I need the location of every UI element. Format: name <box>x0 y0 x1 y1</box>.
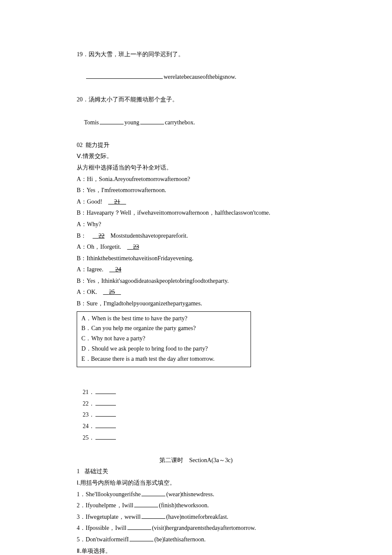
p5-a: 5．Don'twaitformeifI <box>77 536 129 543</box>
p2-a: 2．Ifyouhelpme，Iwill <box>77 502 133 509</box>
p4: 4．Ifpossible，Iwill(visit)hergrandparents… <box>77 523 315 534</box>
ans-21-blank[interactable] <box>95 388 116 394</box>
q20-blank-1[interactable] <box>100 118 124 124</box>
dialog-a4-post <box>139 244 145 250</box>
p2: 2．Ifyouhelpme，Iwill(finish)theworksoon. <box>77 500 315 512</box>
worksheet-page: 19．因为大雪，班上一半的同学迟到了。 werelatebecauseofthe… <box>0 0 392 555</box>
p1-blank[interactable] <box>141 490 165 496</box>
q20-seg-b: young <box>124 119 139 126</box>
dialog-b4: B：IthinkthebesttimetohaveitisonFridayeve… <box>77 253 315 265</box>
q20-blank-2[interactable] <box>140 118 164 124</box>
q20-answer-line: Tomisyoungcarrythebox. <box>77 106 315 140</box>
dialog-a4-blank[interactable]: 23 <box>127 244 139 250</box>
q19-tail: werelatebecauseofthebigsnow. <box>164 74 236 80</box>
ans-24-label: 24． <box>83 423 95 429</box>
ans-25-label: 25． <box>83 434 95 441</box>
dialog-b6: B：Sure，I'mgladtohelpyouorganizethepartyg… <box>77 298 315 310</box>
ans-25-blank[interactable] <box>95 433 116 440</box>
dialog-a5-post <box>121 266 127 273</box>
blank-num-23: 23 <box>133 244 139 250</box>
dialog-a6: A：OK. 25 <box>77 287 315 298</box>
blank-num-25: 25 <box>109 289 115 295</box>
p4-a: 4．Ifpossible，Iwill <box>77 525 127 531</box>
p5: 5．Don'twaitformeifI(be)latethisafternoon… <box>77 534 315 546</box>
p2-blank[interactable] <box>134 501 158 507</box>
p5-b: (be)latethisafternoon. <box>154 536 205 543</box>
ans-22-label: 22． <box>83 400 95 407</box>
section-ii-heading: Ⅱ.单项选择。 <box>77 546 315 555</box>
options-box: A．When is the best time to have the part… <box>77 311 251 367</box>
p3-a: 3．Ifwegetuplate，wewill <box>77 514 141 520</box>
p1-b: (wear)thisnewdress. <box>166 491 214 497</box>
p3-b: (have)notimeforbreakfast. <box>166 514 228 520</box>
dialog-a6-pre: A：OK. <box>77 289 103 295</box>
p4-b: (visit)hergrandparentsthedayaftertomorro… <box>152 525 256 531</box>
dialog-b3: B： 22 Moststudentshavetoprepareforit. <box>77 230 315 242</box>
q20-seg-c: carrythebox. <box>165 119 195 126</box>
dialog-a2-pre: A：Good! <box>77 198 108 205</box>
dialog-a2-blank[interactable]: 21 <box>108 198 126 205</box>
ans-22-blank[interactable] <box>95 399 116 405</box>
q20-prompt: 20．汤姆太小了而不能搬动那个盒子。 <box>77 94 315 106</box>
section-02-heading: 02 能力提升 <box>77 140 315 151</box>
ans-21-label: 21． <box>83 389 95 395</box>
blank-num-24: 24 <box>115 266 121 273</box>
q20-seg-a: Tomis <box>83 119 99 126</box>
dialog-b3-blank[interactable]: 22 <box>92 233 104 239</box>
dialog-b3-pre: B： <box>77 233 92 239</box>
dialog-b3-post: Moststudentshavetoprepareforit. <box>104 233 188 239</box>
dialog-b1: B：Yes，I'mfreetomorrowafternoon. <box>77 185 315 196</box>
blank-num-21: 21 <box>114 198 120 205</box>
p4-blank[interactable] <box>127 523 151 530</box>
p3: 3．Ifwegetuplate，wewill(have)notimeforbre… <box>77 512 315 523</box>
section-1-heading: 1 基础过关 <box>77 466 315 477</box>
dialog-a5: A：Iagree. 24 <box>77 264 315 276</box>
dialog-b2: B：Haveaparty？Well，ifwehaveittomorrowafte… <box>77 207 315 219</box>
section-i-heading: Ⅰ.用括号内所给单词的适当形式填空。 <box>77 477 315 489</box>
option-c: C．Why not have a party? <box>81 334 246 344</box>
dialog-a4: A：Oh，Iforgetit. 23 <box>77 242 315 253</box>
spacer <box>77 367 315 376</box>
p2-b: (finish)theworksoon. <box>159 502 209 509</box>
ans-23-label: 23． <box>83 411 95 418</box>
ans-23-blank[interactable] <box>95 410 116 417</box>
lesson-title: 第二课时 SectionA(3a～3c) <box>77 455 315 466</box>
dialog-a5-blank[interactable]: 24 <box>110 266 121 273</box>
dialog-a1: A：Hi，Sonia.Areyoufreetomorrowafternoon? <box>77 174 315 185</box>
blank-num-22: 22 <box>98 233 104 239</box>
dialog-a6-blank[interactable]: 25 <box>103 289 121 295</box>
dialog-a4-pre: A：Oh，Iforgetit. <box>77 244 127 250</box>
option-d: D．Should we ask people to bring food to … <box>81 344 246 354</box>
option-a: A．When is the best time to have the part… <box>81 313 246 324</box>
section-v-sub: 从方框中选择适当的句子补全对话。 <box>77 162 315 174</box>
p3-blank[interactable] <box>141 512 165 519</box>
answer-row: 21． 22． 23． 24． 25． <box>77 376 315 455</box>
dialog-a3: A：Why? <box>77 219 315 230</box>
q19-prompt: 19．因为大雪，班上一半的同学迟到了。 <box>77 49 315 60</box>
dialog-b5: B：Yes，Ithinkit'sagoodideatoaskpeopletobr… <box>77 276 315 287</box>
ans-24-blank[interactable] <box>95 422 116 428</box>
q19-answer-line: werelatebecauseofthebigsnow. <box>77 60 315 95</box>
dialog-a5-pre: A：Iagree. <box>77 266 110 273</box>
dialog-a2: A：Good! 21 <box>77 196 315 208</box>
p1-a: 1．She'lllookyoungerifshe <box>77 491 141 497</box>
p5-blank[interactable] <box>130 535 153 541</box>
option-b: B．Can you help me organize the party gam… <box>81 323 246 334</box>
p1: 1．She'lllookyoungerifshe(wear)thisnewdre… <box>77 489 315 500</box>
option-e: E．Because there is a math test the day a… <box>81 354 246 364</box>
section-v-heading: Ⅴ.情景交际。 <box>77 151 315 162</box>
q19-blank[interactable] <box>86 72 163 79</box>
